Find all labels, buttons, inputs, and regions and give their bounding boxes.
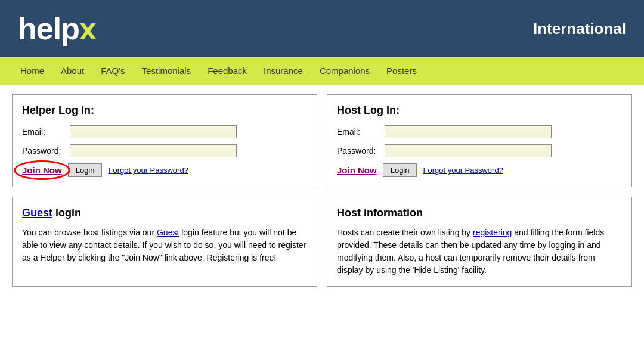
helper-login-title: Helper Log In: [22,104,307,117]
host-info-body: Hosts can create their own listing by re… [337,227,622,277]
host-forgot-password-link[interactable]: Forgot your Password? [423,166,503,175]
host-info-panel: Host information Hosts can create their … [327,197,632,287]
header: helpx International [0,0,644,57]
guest-heading-link[interactable]: Guest [22,207,52,219]
host-password-input[interactable] [385,144,552,157]
host-info-title: Host information [337,207,622,219]
nav-companions[interactable]: Companions [311,57,378,85]
nav-faqs[interactable]: FAQ's [92,57,133,85]
helper-email-row: Email: [22,125,307,138]
helper-join-now-link[interactable]: Join Now [22,165,62,175]
site-title: International [533,20,626,38]
navigation: Home About FAQ's Testimonials Feedback I… [0,57,644,85]
main-content: Helper Log In: Email: Password: Join Now… [0,85,644,296]
host-email-label: Email: [337,127,385,137]
helper-login-panel: Helper Log In: Email: Password: Join Now… [12,94,317,187]
host-password-row: Password: [337,144,622,157]
guest-inline-link[interactable]: Guest [157,228,179,237]
guest-heading-suffix: login [52,207,81,219]
helper-email-label: Email: [22,127,70,137]
host-email-row: Email: [337,125,622,138]
registering-link[interactable]: registering [473,228,512,237]
logo: helpx [18,11,96,46]
guest-info-panel: Guest login You can browse host listings… [12,197,317,287]
nav-posters[interactable]: Posters [378,57,425,85]
nav-insurance[interactable]: Insurance [255,57,311,85]
login-row: Helper Log In: Email: Password: Join Now… [12,94,632,187]
host-action-row: Join Now Login Forgot your Password? [337,163,622,177]
nav-testimonials[interactable]: Testimonials [134,57,200,85]
host-password-label: Password: [337,146,385,156]
helper-join-now-circled: Join Now [22,165,62,175]
helper-login-button[interactable]: Login [68,163,103,177]
host-login-title: Host Log In: [337,104,622,117]
guest-info-title: Guest login [22,207,307,219]
helper-password-label: Password: [22,146,70,156]
info-row: Guest login You can browse host listings… [12,197,632,287]
nav-home[interactable]: Home [12,57,52,85]
host-join-now-link[interactable]: Join Now [337,165,377,175]
nav-about[interactable]: About [52,57,92,85]
logo-highlight: x [79,11,96,46]
helper-password-row: Password: [22,144,307,157]
host-login-panel: Host Log In: Email: Password: Join Now L… [327,94,632,187]
helper-action-row: Join Now Login Forgot your Password? [22,163,307,177]
helper-forgot-password-link[interactable]: Forgot your Password? [108,166,188,175]
host-login-button[interactable]: Login [383,163,417,177]
helper-password-input[interactable] [70,144,237,157]
helper-email-input[interactable] [70,125,237,138]
guest-info-body: You can browse host listings via our Gue… [22,227,307,264]
host-email-input[interactable] [385,125,552,138]
nav-feedback[interactable]: Feedback [199,57,255,85]
